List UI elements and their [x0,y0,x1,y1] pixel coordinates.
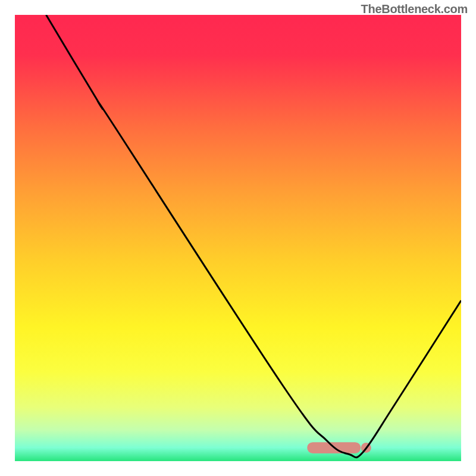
watermark-text: TheBottleneck.com [361,2,468,16]
chart-plot-area [15,15,461,461]
gradient-background [15,15,461,461]
